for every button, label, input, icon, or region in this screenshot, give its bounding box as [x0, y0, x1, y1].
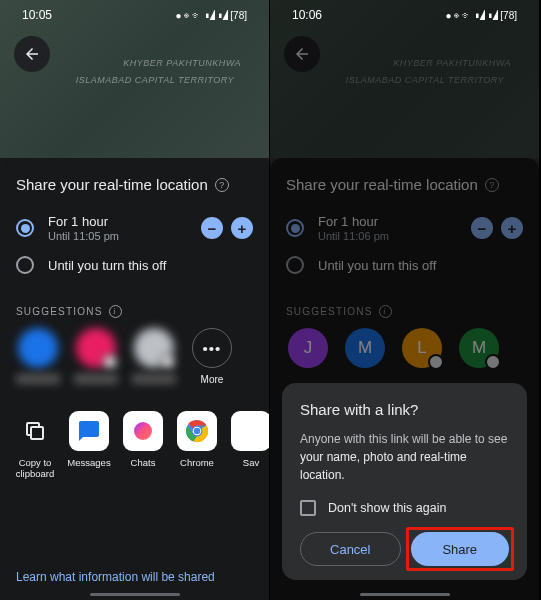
- dialog-body: Anyone with this link will be able to se…: [300, 430, 509, 484]
- app-copy[interactable]: Copy to clipboard: [8, 411, 62, 480]
- chats-icon: [123, 411, 163, 451]
- app-messages[interactable]: Messages: [62, 411, 116, 480]
- radio-unchecked-icon[interactable]: [16, 256, 34, 274]
- contact-avatar: J: [288, 328, 328, 368]
- avatar: [76, 328, 116, 368]
- contact-avatar: L: [402, 328, 442, 368]
- help-icon[interactable]: ?: [215, 178, 229, 192]
- status-bar: 10:05 ● ◉ ᯤ ▮◢ ▮◢ [78]: [0, 6, 269, 24]
- sheet-title: Share your real-time location: [16, 176, 208, 193]
- option-label: Until you turn this off: [48, 258, 253, 273]
- clock: 10:05: [22, 8, 52, 22]
- svg-rect-0: [31, 427, 43, 439]
- nav-bar[interactable]: [360, 593, 450, 596]
- option-label: Until you turn this off: [318, 258, 523, 273]
- status-icons: ● ◉ ᯤ ▮◢ ▮◢ [78]: [445, 10, 517, 21]
- suggestion-contact[interactable]: [132, 328, 176, 384]
- sheet-title: Share your real-time location: [286, 176, 478, 193]
- contact-avatar: M: [345, 328, 385, 368]
- app-icon: [231, 411, 269, 451]
- app-label: Copy to clipboard: [8, 457, 62, 480]
- clock: 10:06: [292, 8, 322, 22]
- status-icons: ● ◉ ᯤ ▮◢ ▮◢ [78]: [175, 10, 247, 21]
- avatar-label: [74, 374, 118, 384]
- minus-button[interactable]: −: [201, 217, 223, 239]
- avatar: [134, 328, 174, 368]
- minus-button: −: [471, 217, 493, 239]
- dont-show-again[interactable]: Don't show this again: [300, 500, 509, 516]
- share-sheet: Share your real-time location ? For 1 ho…: [0, 158, 269, 600]
- learn-more-link[interactable]: Learn what information will be shared: [16, 570, 215, 584]
- app-chrome[interactable]: Chrome: [170, 411, 224, 480]
- screen-right: KHYBER PAKHTUNKHWA ISLAMABAD CAPITAL TER…: [270, 0, 540, 600]
- more-suggestions[interactable]: ••• More: [190, 328, 234, 385]
- nav-bar[interactable]: [90, 593, 180, 596]
- back-button[interactable]: [284, 36, 320, 72]
- app-chats[interactable]: Chats: [116, 411, 170, 480]
- arrow-left-icon: [293, 45, 311, 63]
- more-icon: •••: [192, 328, 232, 368]
- option-indefinite[interactable]: Until you turn this off: [0, 249, 269, 281]
- avatar-label: [132, 374, 176, 384]
- more-label: More: [201, 374, 224, 385]
- messages-icon: [69, 411, 109, 451]
- map-region-label: KHYBER PAKHTUNKHWA: [123, 58, 241, 68]
- suggestion-contact[interactable]: [16, 328, 60, 384]
- option-duration[interactable]: For 1 hour Until 11:05 pm − +: [0, 207, 269, 249]
- svg-point-4: [194, 428, 201, 435]
- avatar: [18, 328, 58, 368]
- checkbox-label: Don't show this again: [328, 501, 446, 515]
- map-region-label: ISLAMABAD CAPITAL TERRITORY: [76, 75, 234, 85]
- suggestions-label: SUGGESTIONS: [286, 306, 373, 317]
- radio-checked-icon[interactable]: [16, 219, 34, 237]
- suggestions-label: SUGGESTIONS: [16, 306, 103, 317]
- cancel-button[interactable]: Cancel: [300, 532, 401, 566]
- map-region-label: KHYBER PAKHTUNKHWA: [393, 58, 511, 68]
- map-region-label: ISLAMABAD CAPITAL TERRITORY: [346, 75, 504, 85]
- copy-icon: [15, 411, 55, 451]
- highlight-box: [406, 527, 515, 571]
- app-label: Sav: [243, 457, 259, 468]
- option-indefinite: Until you turn this off: [270, 249, 539, 281]
- contact-avatar: M: [459, 328, 499, 368]
- back-button[interactable]: [14, 36, 50, 72]
- arrow-left-icon: [23, 45, 41, 63]
- plus-button[interactable]: +: [231, 217, 253, 239]
- app-label: Messages: [67, 457, 110, 468]
- info-icon[interactable]: i: [109, 305, 122, 318]
- svg-point-1: [134, 422, 152, 440]
- status-bar: 10:06 ● ◉ ᯤ ▮◢ ▮◢ [78]: [270, 6, 539, 24]
- avatar-label: [16, 374, 60, 384]
- checkbox-icon[interactable]: [300, 500, 316, 516]
- info-icon: i: [379, 305, 392, 318]
- dialog-title: Share with a link?: [300, 401, 509, 418]
- radio-checked-icon: [286, 219, 304, 237]
- app-save[interactable]: Sav: [224, 411, 269, 480]
- radio-unchecked-icon: [286, 256, 304, 274]
- plus-button: +: [501, 217, 523, 239]
- share-dialog: Share with a link? Anyone with this link…: [282, 383, 527, 580]
- app-label: Chrome: [180, 457, 214, 468]
- chrome-icon: [177, 411, 217, 451]
- help-icon: ?: [485, 178, 499, 192]
- app-label: Chats: [131, 457, 156, 468]
- option-duration: For 1 hour Until 11:06 pm − +: [270, 207, 539, 249]
- suggestion-contact[interactable]: [74, 328, 118, 384]
- screen-left: KHYBER PAKHTUNKHWA ISLAMABAD CAPITAL TER…: [0, 0, 270, 600]
